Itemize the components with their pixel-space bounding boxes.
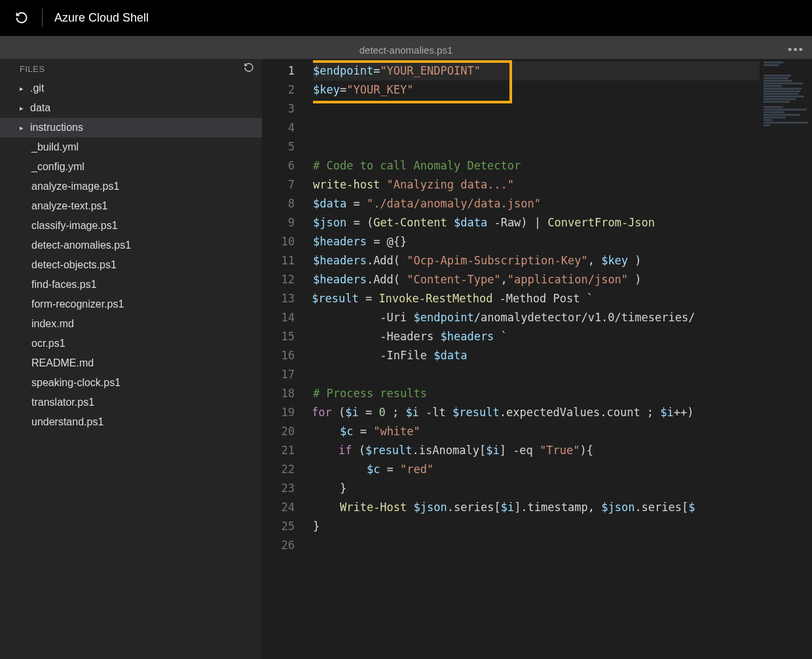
separator-band xyxy=(0,36,812,41)
active-tab-filename[interactable]: detect-anomalies.ps1 xyxy=(360,45,453,56)
code-line xyxy=(313,365,760,384)
code-line: } xyxy=(313,517,760,536)
refresh-icon[interactable] xyxy=(13,9,30,26)
minimap[interactable] xyxy=(760,59,812,659)
file-form-recognizer[interactable]: form-recognizer.ps1 xyxy=(0,294,262,314)
file-explorer: FILES .git data instructions _build.yml … xyxy=(0,59,262,659)
code-line: write-host "Analyzing data..." xyxy=(313,175,760,194)
code-line: $endpoint="YOUR_ENDPOINT" xyxy=(313,62,760,80)
folder-instructions[interactable]: instructions xyxy=(0,118,262,137)
file-translator[interactable]: translator.ps1 xyxy=(0,393,262,412)
code-line: Write-Host $json.series[$i].timestamp, $… xyxy=(313,498,760,517)
code-line: $headers.Add( "Ocp-Apim-Subscription-Key… xyxy=(313,251,760,270)
app-title: Azure Cloud Shell xyxy=(54,11,149,25)
code-line: # Code to call Anomaly Detector xyxy=(313,156,760,175)
code-line: ▾for ($i = 0 ; $i -lt $result.expectedVa… xyxy=(313,403,760,422)
file-build-yml[interactable]: _build.yml xyxy=(0,137,262,157)
code-line xyxy=(313,137,760,156)
code-line: -InFile $data xyxy=(313,346,760,365)
line-number-gutter: 1234567891011121314151617181920212223242… xyxy=(262,59,313,659)
file-detect-objects[interactable]: detect-objects.ps1 xyxy=(0,255,262,275)
file-understand[interactable]: understand.ps1 xyxy=(0,412,262,432)
file-detect-anomalies[interactable]: detect-anomalies.ps1 xyxy=(0,236,262,255)
code-line: ▾ if ($result.isAnomaly[$i] -eq "True"){ xyxy=(313,441,760,460)
code-line: ▾$result = Invoke-RestMethod -Method Pos… xyxy=(313,289,760,308)
file-classify-image[interactable]: classify-image.ps1 xyxy=(0,216,262,236)
file-ocr[interactable]: ocr.ps1 xyxy=(0,334,262,353)
code-line: } xyxy=(313,479,760,498)
files-heading-label: FILES xyxy=(20,64,45,74)
title-bar: Azure Cloud Shell xyxy=(0,0,812,36)
code-line: $headers = @{} xyxy=(313,232,760,251)
files-header: FILES xyxy=(0,59,262,79)
code-line: # Process results xyxy=(313,384,760,403)
code-line: $headers.Add( "Content-Type","applicatio… xyxy=(313,270,760,289)
folder-git[interactable]: .git xyxy=(0,79,262,98)
code-editor[interactable]: 1234567891011121314151617181920212223242… xyxy=(262,59,812,659)
main-area: FILES .git data instructions _build.yml … xyxy=(0,59,812,659)
tab-more-icon[interactable]: ••• xyxy=(788,43,804,57)
code-line: $c = "red" xyxy=(313,460,760,479)
folder-data[interactable]: data xyxy=(0,98,262,118)
code-line: $key="YOUR_KEY" xyxy=(313,80,760,99)
tab-bar: detect-anomalies.ps1 ••• xyxy=(0,41,812,59)
file-config-yml[interactable]: _config.yml xyxy=(0,157,262,177)
file-index-md[interactable]: index.md xyxy=(0,314,262,334)
code-line xyxy=(313,118,760,137)
refresh-files-icon[interactable] xyxy=(244,62,254,75)
code-line: $c = "white" xyxy=(313,422,760,441)
code-line: $json = (Get-Content $data -Raw) | Conve… xyxy=(313,213,760,232)
code-line xyxy=(313,536,760,555)
code-line xyxy=(313,99,760,118)
file-analyze-image[interactable]: analyze-image.ps1 xyxy=(0,177,262,196)
code-line: -Headers $headers ` xyxy=(313,327,760,346)
file-speaking-clock[interactable]: speaking-clock.ps1 xyxy=(0,373,262,393)
file-analyze-text[interactable]: analyze-text.ps1 xyxy=(0,196,262,216)
code-content[interactable]: $endpoint="YOUR_ENDPOINT" $key="YOUR_KEY… xyxy=(313,59,760,659)
file-readme[interactable]: README.md xyxy=(0,353,262,373)
divider xyxy=(42,9,43,27)
code-line: $data = "./data/anomaly/data.json" xyxy=(313,194,760,213)
code-line: -Uri $endpoint/anomalydetector/v1.0/time… xyxy=(313,308,760,327)
file-find-faces[interactable]: find-faces.ps1 xyxy=(0,275,262,294)
